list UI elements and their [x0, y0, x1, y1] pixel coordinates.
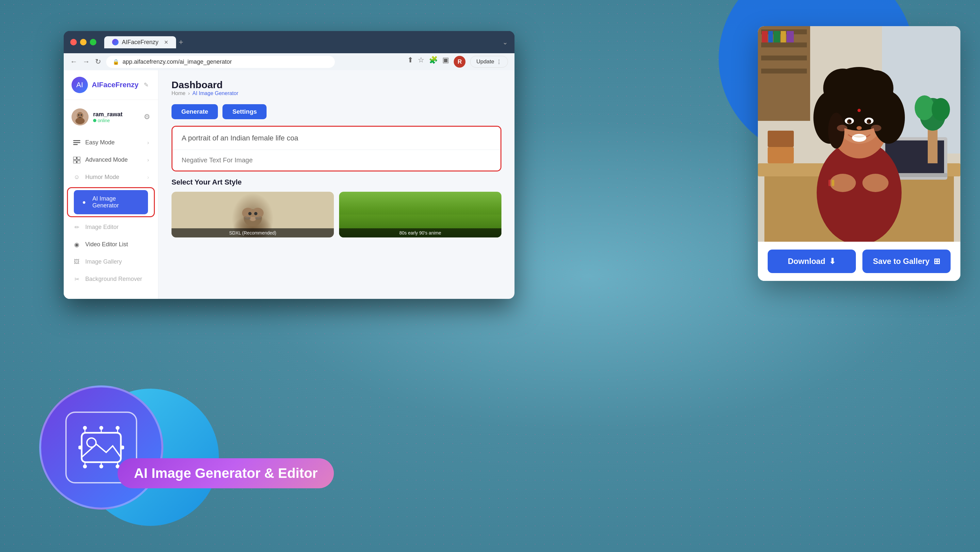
sidebar-item-advanced-mode[interactable]: Advanced Mode › — [64, 151, 158, 169]
svg-rect-56 — [773, 31, 780, 43]
bg-remover-icon: ✂ — [73, 276, 81, 283]
reload-button[interactable]: ↻ — [95, 57, 101, 66]
svg-rect-100 — [829, 180, 830, 186]
humor-mode-icon: ☺ — [73, 174, 81, 181]
humor-mode-label: Humor Mode — [85, 174, 119, 181]
logo-text-bold: AIFace — [92, 81, 115, 89]
breadcrumb-home: Home — [172, 91, 186, 96]
negative-prompt-input[interactable] — [172, 150, 500, 170]
sidebar-item-image-editor[interactable]: ✏ Image Editor — [64, 218, 158, 236]
art-style-title: Select Your Art Style — [172, 178, 501, 186]
svg-rect-61 — [768, 147, 794, 163]
back-button[interactable]: ← — [70, 57, 78, 66]
share-icon[interactable]: ⬆ — [407, 56, 413, 68]
generate-button[interactable]: Generate — [172, 104, 218, 119]
user-avatar-nav[interactable]: R — [454, 56, 466, 68]
svg-rect-54 — [762, 31, 768, 43]
art-style-grid: SDXL (Recommended) — [172, 192, 501, 237]
sidebar-item-humor-mode[interactable]: ☺ Humor Mode › — [64, 169, 158, 186]
maximize-button[interactable] — [90, 39, 96, 45]
ai-badge: AI Image Generator & Editor — [118, 458, 334, 488]
logo-text: AIFaceFrenzy — [92, 81, 138, 89]
download-button[interactable]: Download ⬇ — [768, 250, 856, 273]
tab-bar: AIFaceFrenzy ✕ + — [104, 36, 498, 48]
breadcrumb: Home › AI Image Generator — [172, 91, 501, 96]
art-card-sdxl[interactable]: SDXL (Recommended) — [172, 192, 334, 237]
logo-edit-icon[interactable]: ✎ — [144, 81, 149, 89]
generated-photo — [758, 26, 960, 242]
user-status: online — [93, 118, 139, 123]
sidebar-toggle-icon[interactable]: ▣ — [442, 56, 449, 68]
svg-point-98 — [862, 174, 889, 192]
save-icon: ⊞ — [934, 257, 940, 266]
minimize-button[interactable] — [80, 39, 87, 45]
forward-button[interactable]: → — [83, 57, 90, 66]
svg-rect-25 — [73, 144, 78, 145]
bookmark-icon[interactable]: ☆ — [418, 56, 424, 68]
extensions-icon[interactable]: 🧩 — [429, 56, 438, 68]
status-dot — [93, 119, 96, 122]
user-name: ram_rawat — [93, 111, 139, 118]
svg-point-21 — [78, 115, 80, 116]
svg-point-68 — [915, 95, 934, 120]
svg-point-20 — [75, 118, 84, 124]
settings-icon[interactable]: ⚙ — [144, 113, 150, 121]
prompt-box-wrapper — [172, 126, 501, 172]
browser-menu-icon[interactable]: ⌄ — [503, 38, 508, 46]
update-label: Update — [476, 59, 494, 65]
art-card-anime[interactable]: 80s early 90's anime — [339, 192, 501, 237]
ai-gen-label: AI Image Generator — [92, 195, 142, 209]
svg-point-95 — [871, 125, 881, 131]
easy-mode-arrow: › — [147, 140, 149, 146]
sidebar-item-easy-mode[interactable]: Easy Mode › — [64, 134, 158, 151]
settings-button[interactable]: Settings — [223, 104, 267, 119]
sidebar: AI AIFaceFrenzy ✎ — [64, 70, 158, 299]
photo-actions: Download ⬇ Save to Gallery ⊞ — [758, 242, 960, 281]
svg-point-96 — [858, 109, 861, 112]
save-to-gallery-button[interactable]: Save to Gallery ⊞ — [862, 250, 951, 273]
svg-point-93 — [852, 134, 866, 142]
video-editor-label: Video Editor List — [85, 241, 128, 248]
svg-rect-57 — [781, 31, 786, 43]
art-style-section: Select Your Art Style — [172, 178, 501, 237]
traffic-lights — [70, 39, 96, 45]
browser-chrome: AIFaceFrenzy ✕ + ⌄ — [64, 31, 514, 53]
svg-point-84 — [833, 67, 885, 100]
user-section: ram_rawat online ⚙ — [64, 103, 158, 130]
svg-point-94 — [837, 125, 847, 131]
logo-text-rest: Frenzy — [115, 81, 138, 89]
sidebar-item-image-gallery[interactable]: 🖼 Image Gallery — [64, 253, 158, 270]
photo-card: Download ⬇ Save to Gallery ⊞ — [758, 26, 960, 281]
address-bar[interactable]: 🔒 app.aifacefrenzy.com/ai_image_generato… — [106, 56, 335, 68]
close-button[interactable] — [70, 39, 77, 45]
download-icon: ⬇ — [829, 257, 835, 266]
svg-rect-24 — [73, 142, 80, 143]
update-button[interactable]: Update ⋮ — [470, 56, 508, 68]
tab-close-icon[interactable]: ✕ — [164, 39, 168, 45]
svg-rect-58 — [787, 31, 794, 43]
user-info: ram_rawat online — [93, 111, 139, 123]
prompt-input[interactable] — [172, 127, 500, 150]
image-gallery-icon: 🖼 — [73, 259, 81, 265]
active-item-highlight: ● AI Image Generator — [67, 187, 155, 217]
sidebar-item-bg-remover[interactable]: ✂ Background Remover — [64, 270, 158, 288]
breadcrumb-current: AI Image Generator — [192, 91, 239, 96]
active-tab[interactable]: AIFaceFrenzy ✕ — [104, 36, 176, 48]
video-editor-icon: ◉ — [73, 241, 81, 248]
logo-area: AI AIFaceFrenzy ✎ — [64, 77, 158, 100]
image-editor-label: Image Editor — [85, 224, 119, 231]
user-avatar — [72, 108, 89, 126]
svg-rect-55 — [768, 31, 773, 43]
browser-nav: ← → ↻ 🔒 app.aifacefrenzy.com/ai_image_ge… — [64, 53, 514, 70]
browser-window: AIFaceFrenzy ✕ + ⌄ ← → ↻ 🔒 app.aifacefre… — [64, 31, 514, 299]
svg-point-90 — [849, 120, 851, 122]
sidebar-item-video-editor[interactable]: ◉ Video Editor List — [64, 236, 158, 253]
new-tab-button[interactable]: + — [179, 38, 183, 47]
app-content: AI AIFaceFrenzy ✎ — [64, 70, 514, 299]
lock-icon: 🔒 — [113, 59, 119, 65]
art-card-sdxl-label: SDXL (Recommended) — [172, 228, 334, 237]
svg-point-34 — [254, 212, 258, 215]
sidebar-item-ai-image-generator[interactable]: ● AI Image Generator — [74, 190, 148, 214]
svg-point-33 — [248, 212, 251, 215]
svg-rect-29 — [77, 161, 80, 163]
